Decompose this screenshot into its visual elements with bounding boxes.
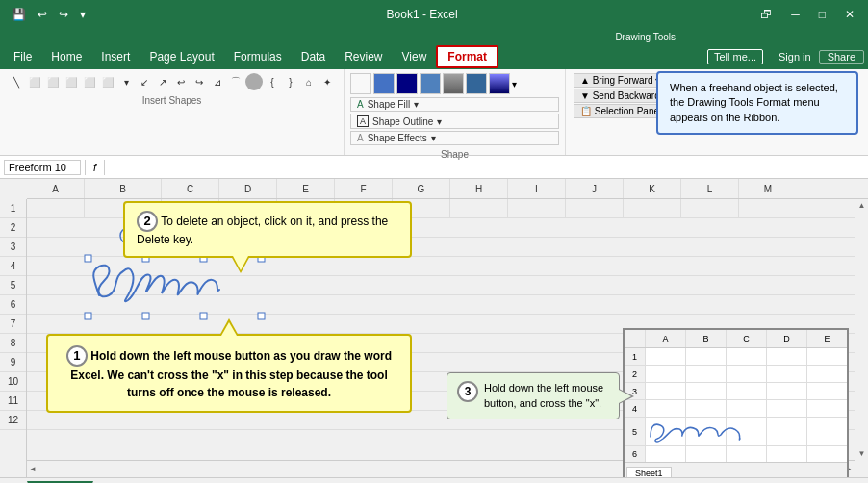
- quick-access: 💾 ↩ ↪ ▾: [8, 6, 89, 23]
- mini-sheet-tab[interactable]: Sheet1: [626, 467, 672, 477]
- restore-button[interactable]: 🗗: [754, 6, 778, 23]
- row-7: 7: [0, 315, 26, 334]
- sheet-bar: ⊕ Sheet1: [0, 477, 868, 483]
- formula-icon: f: [89, 162, 100, 173]
- scroll-left-btn[interactable]: ◄: [29, 465, 37, 473]
- callout-2: 2 To delete an object, click on it, and …: [123, 201, 412, 258]
- row-3: 3: [0, 238, 26, 257]
- customize-button[interactable]: ▾: [76, 6, 89, 23]
- more-shapes-btn[interactable]: ▾: [117, 73, 135, 90]
- menu-page-layout[interactable]: Page Layout: [140, 47, 223, 66]
- grid-row-6: [27, 295, 868, 315]
- mini-row-4: 4: [625, 400, 847, 418]
- shape-btn-5[interactable]: ⬜: [81, 73, 98, 90]
- save-button[interactable]: 💾: [8, 6, 30, 23]
- swatch-navy[interactable]: [396, 73, 418, 94]
- shape-btn-6[interactable]: ⬜: [99, 73, 116, 90]
- row-8: 8: [0, 334, 26, 353]
- badge-3: 3: [457, 381, 478, 402]
- col-header-i: I: [508, 179, 566, 198]
- col-header-g: G: [393, 179, 450, 198]
- shape-fill-btn[interactable]: A Shape Fill ▾: [350, 97, 559, 112]
- row-5: 5: [0, 276, 26, 295]
- insert-shapes-label: Insert Shapes: [8, 91, 336, 106]
- ribbon: ╲ ⬜ ⬜ ⬜ ⬜ ⬜ ▾ ↙ ↗ ↩ ↪ ⊿ ⌒ { }: [0, 69, 868, 156]
- mini-col-headers: A B C D E: [625, 330, 847, 348]
- formula-input[interactable]: [109, 161, 864, 174]
- grid-row-5: [27, 276, 868, 295]
- ribbon-right: ▲ Bring Forward ▾ ▼ Send Backward ▾ 📋 Se…: [566, 69, 868, 155]
- shape-btn-15[interactable]: ⊿: [209, 73, 226, 90]
- maximize-button[interactable]: □: [813, 6, 831, 23]
- title-bar: 💾 ↩ ↪ ▾ Book1 - Excel 🗗 ─ □ ✕: [0, 0, 868, 29]
- swatch-light-blue[interactable]: [420, 73, 441, 94]
- formula-divider: [85, 160, 86, 175]
- grid-body: 1 2 3 4 5 6 7 8 9 10 11 12: [0, 199, 868, 477]
- minimize-button[interactable]: ─: [785, 6, 805, 23]
- name-box[interactable]: [4, 160, 81, 175]
- sign-in-button[interactable]: Sign in: [771, 51, 819, 63]
- col-header-m: M: [739, 179, 797, 198]
- row-4: 4: [0, 257, 26, 276]
- more-styles-btn[interactable]: ▾: [512, 73, 517, 94]
- menu-home[interactable]: Home: [41, 47, 91, 66]
- title-bar-right: 🗗 ─ □ ✕: [754, 6, 860, 23]
- shape-effects-btn[interactable]: A Shape Effects ▾: [350, 131, 559, 145]
- close-button[interactable]: ✕: [839, 6, 860, 23]
- shape-btn-14[interactable]: ↪: [191, 73, 208, 90]
- share-button[interactable]: Share: [819, 50, 864, 64]
- scroll-v[interactable]: ▲ ▼: [855, 199, 868, 460]
- shape-btn-17[interactable]: [245, 73, 263, 90]
- menu-file[interactable]: File: [4, 47, 41, 66]
- swatch-blue[interactable]: [373, 73, 395, 94]
- mini-row-3: 3: [625, 383, 847, 400]
- shape-btn-23[interactable]: ⌂: [300, 73, 318, 90]
- shape-btn-3[interactable]: ⬜: [44, 73, 62, 90]
- row-9: 9: [0, 353, 26, 372]
- shape-btn-11[interactable]: ↙: [136, 73, 153, 90]
- menu-review[interactable]: Review: [335, 47, 392, 66]
- scroll-up-btn[interactable]: ▲: [858, 201, 866, 210]
- menu-formulas[interactable]: Formulas: [224, 47, 292, 66]
- swatch-dark-blue[interactable]: [466, 73, 487, 94]
- menu-format[interactable]: Format: [436, 45, 498, 68]
- shape-btn-4[interactable]: ⬜: [63, 73, 80, 90]
- swatch-none[interactable]: [350, 73, 371, 94]
- row-2: 2: [0, 218, 26, 238]
- col-header-e: E: [277, 179, 335, 198]
- row-10: 10: [0, 372, 26, 392]
- swatch-grad-blue[interactable]: [489, 73, 510, 94]
- mini-spreadsheet: A B C D E 1 2 3: [623, 328, 849, 477]
- redo-button[interactable]: ↪: [55, 6, 72, 23]
- shape-styles-label: Shape: [350, 145, 559, 160]
- menu-insert[interactable]: Insert: [91, 47, 140, 66]
- col-header-d: D: [219, 179, 277, 198]
- callout3-arrow-inner: [619, 390, 631, 403]
- callout-3-content: 3 Hold down the left mouse button, and c…: [457, 381, 609, 411]
- shape-btn-2[interactable]: ⬜: [26, 73, 43, 90]
- callout-3: 3 Hold down the left mouse button, and c…: [447, 372, 620, 419]
- shape-btn-21[interactable]: {: [264, 73, 281, 90]
- shape-btn-24[interactable]: ✦: [319, 73, 336, 90]
- scroll-down-btn[interactable]: ▼: [858, 449, 866, 458]
- col-headers: A B C D E F G H I J K L M: [27, 179, 868, 199]
- shape-btn-16[interactable]: ⌒: [227, 73, 244, 90]
- mini-row-6: 6: [625, 446, 847, 462]
- tell-me-box[interactable]: Tell me...: [707, 49, 763, 64]
- mini-row-2: 2: [625, 366, 847, 383]
- shape-outline-btn[interactable]: A Shape Outline ▾: [350, 114, 559, 129]
- shapes-grid: ╲ ⬜ ⬜ ⬜ ⬜ ⬜ ▾ ↙ ↗ ↩ ↪ ⊿ ⌒ { }: [8, 73, 336, 91]
- shape-btn-13[interactable]: ↩: [172, 73, 190, 90]
- shape-btn-22[interactable]: }: [282, 73, 299, 90]
- shape-btn-1[interactable]: ╲: [8, 73, 25, 90]
- row-6: 6: [0, 295, 26, 315]
- swatch-gray[interactable]: [443, 73, 464, 94]
- shape-btn-12[interactable]: ↗: [154, 73, 171, 90]
- menu-bar: File Home Insert Page Layout Formulas Da…: [0, 44, 868, 69]
- badge-2: 2: [137, 211, 158, 232]
- col-header-h: H: [450, 179, 508, 198]
- cells-area[interactable]: 2 To delete an object, click on it, and …: [27, 199, 868, 477]
- menu-view[interactable]: View: [393, 47, 437, 66]
- menu-data[interactable]: Data: [292, 47, 335, 66]
- undo-button[interactable]: ↩: [34, 6, 51, 23]
